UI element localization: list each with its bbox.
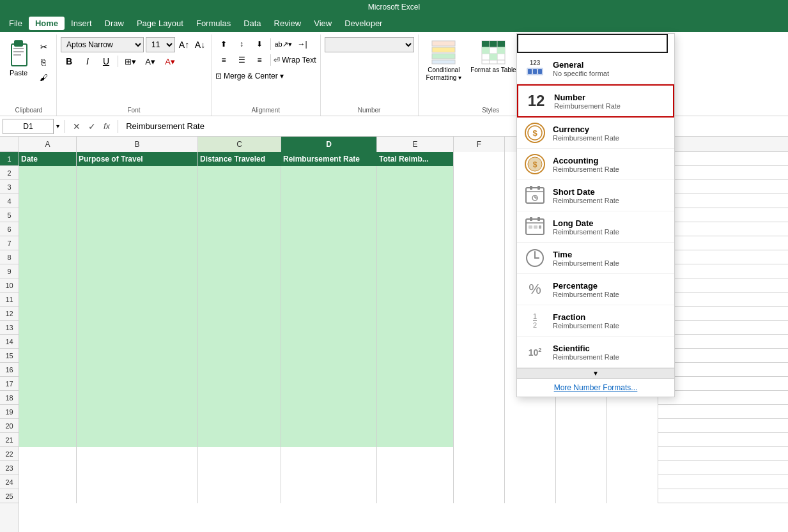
dropdown-item-currency[interactable]: $ Currency Reimbursement Rate (517, 118, 674, 149)
cell-g24[interactable] (505, 475, 556, 489)
cell-g23[interactable] (505, 461, 556, 475)
cell-b16[interactable] (77, 363, 198, 377)
cell-h19[interactable] (556, 405, 607, 419)
cell-f15[interactable] (454, 349, 505, 363)
cell-a15[interactable] (19, 349, 77, 363)
cut-button[interactable]: ✂ (35, 40, 52, 54)
cell-e14[interactable] (377, 335, 454, 349)
cell-a12[interactable] (19, 307, 77, 321)
cell-e21[interactable] (377, 433, 454, 447)
cell-b22[interactable] (77, 447, 198, 461)
cell-b2[interactable] (77, 166, 198, 180)
cell-i21[interactable] (607, 433, 658, 447)
cell-b7[interactable] (77, 236, 198, 250)
row-num-6[interactable]: 6 (0, 222, 19, 236)
cell-a24[interactable] (19, 475, 77, 489)
cell-g25[interactable] (505, 489, 556, 503)
cell-e6[interactable] (377, 222, 454, 236)
cell-c9[interactable] (198, 264, 281, 278)
cell-e5[interactable] (377, 208, 454, 222)
cell-a7[interactable] (19, 236, 77, 250)
cell-f16[interactable] (454, 363, 505, 377)
cell-c17[interactable] (198, 377, 281, 391)
cell-e17[interactable] (377, 377, 454, 391)
dropdown-item-time[interactable]: Time Reimbursement Rate (517, 243, 674, 274)
cell-c12[interactable] (198, 307, 281, 321)
row-num-18[interactable]: 18 (0, 391, 19, 405)
paste-button[interactable]: Paste (5, 37, 32, 77)
row-num-7[interactable]: 7 (0, 236, 19, 250)
cell-d7[interactable] (281, 236, 377, 250)
cell-c7[interactable] (198, 236, 281, 250)
row-num-12[interactable]: 12 (0, 307, 19, 321)
cell-d20[interactable] (281, 419, 377, 433)
cell-d25[interactable] (281, 489, 377, 503)
cell-e3[interactable] (377, 180, 454, 194)
bold-button[interactable]: B (61, 54, 77, 68)
cell-f10[interactable] (454, 278, 505, 293)
menu-home[interactable]: Home (29, 17, 65, 30)
name-box[interactable] (3, 119, 54, 134)
cell-b4[interactable] (77, 194, 198, 208)
cell-f6[interactable] (454, 222, 505, 236)
cell-b14[interactable] (77, 335, 198, 349)
cell-a23[interactable] (19, 461, 77, 475)
col-header-a[interactable]: A (19, 137, 77, 152)
merge-center-button[interactable]: ⊡ Merge & Center ▾ (215, 69, 284, 83)
indent-button[interactable]: →| (294, 37, 311, 51)
cell-c6[interactable] (198, 222, 281, 236)
cell-f4[interactable] (454, 194, 505, 208)
cell-e13[interactable] (377, 321, 454, 335)
font-color-button[interactable]: A▾ (161, 54, 179, 68)
cell-g19[interactable] (505, 405, 556, 419)
cell-i20[interactable] (607, 419, 658, 433)
row-num-24[interactable]: 24 (0, 475, 19, 489)
cell-e12[interactable] (377, 307, 454, 321)
cell-c16[interactable] (198, 363, 281, 377)
cell-b8[interactable] (77, 250, 198, 264)
cell-c15[interactable] (198, 349, 281, 363)
row-num-21[interactable]: 21 (0, 433, 19, 447)
cell-e18[interactable] (377, 391, 454, 405)
cell-d21[interactable] (281, 433, 377, 447)
cell-e10[interactable] (377, 278, 454, 293)
cell-e8[interactable] (377, 250, 454, 264)
cell-b19[interactable] (77, 405, 198, 419)
cell-f9[interactable] (454, 264, 505, 278)
cell-d14[interactable] (281, 335, 377, 349)
cell-c20[interactable] (198, 419, 281, 433)
cell-f11[interactable] (454, 293, 505, 307)
dropdown-item-accounting[interactable]: $ Accounting Reimbursement Rate (517, 149, 674, 180)
cell-a19[interactable] (19, 405, 77, 419)
cell-c1[interactable]: Distance Traveled (198, 152, 281, 166)
cell-b6[interactable] (77, 222, 198, 236)
cell-b12[interactable] (77, 307, 198, 321)
cell-d3[interactable] (281, 180, 377, 194)
font-name-select[interactable]: Aptos Narrow (61, 37, 144, 52)
row-num-20[interactable]: 20 (0, 419, 19, 433)
row-num-3[interactable]: 3 (0, 180, 19, 194)
cell-a17[interactable] (19, 377, 77, 391)
cell-c21[interactable] (198, 433, 281, 447)
col-header-b[interactable]: B (77, 137, 198, 152)
col-header-c[interactable]: C (198, 137, 281, 152)
cell-f23[interactable] (454, 461, 505, 475)
cell-a1[interactable]: Date (19, 152, 77, 166)
cell-f24[interactable] (454, 475, 505, 489)
row-num-11[interactable]: 11 (0, 293, 19, 307)
cell-e15[interactable] (377, 349, 454, 363)
row-num-10[interactable]: 10 (0, 278, 19, 293)
cell-i22[interactable] (607, 447, 658, 461)
cell-b21[interactable] (77, 433, 198, 447)
cell-a8[interactable] (19, 250, 77, 264)
col-header-e[interactable]: E (377, 137, 454, 152)
cell-g22[interactable] (505, 447, 556, 461)
cell-g20[interactable] (505, 419, 556, 433)
cell-b1[interactable]: Purpose of Travel (77, 152, 198, 166)
insert-function-icon[interactable]: fx (101, 121, 112, 131)
underline-button[interactable]: U (98, 54, 114, 68)
cell-f22[interactable] (454, 447, 505, 461)
cell-g21[interactable] (505, 433, 556, 447)
cell-a10[interactable] (19, 278, 77, 293)
dropdown-search-input[interactable] (517, 34, 668, 53)
